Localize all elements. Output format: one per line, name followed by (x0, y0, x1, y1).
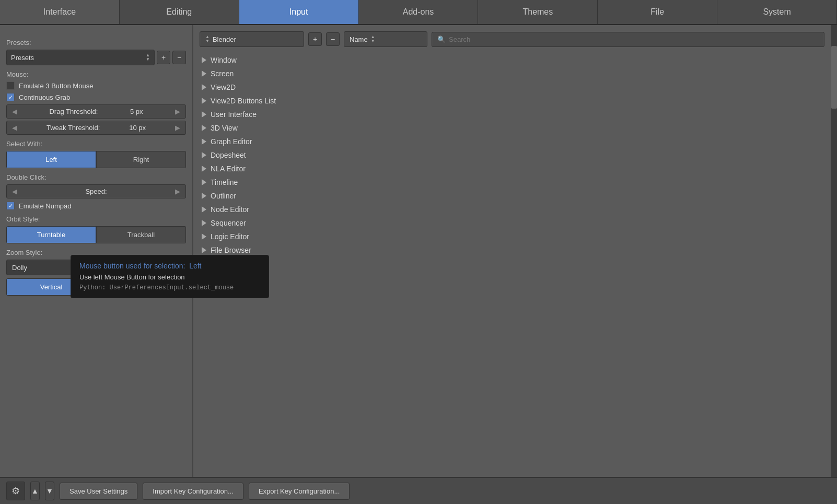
speed-row: ◀ Speed: ▶ (6, 184, 186, 198)
expand-icon-outliner[interactable] (202, 193, 206, 199)
tree-item-view2d[interactable]: View2D (200, 80, 824, 94)
input-preset-dropdown[interactable]: ▲ ▼ Blender (200, 31, 304, 47)
scrollbar-thumb[interactable] (831, 46, 837, 109)
import-key-config-button[interactable]: Import Key Configuration... (143, 483, 243, 500)
expand-icon-timeline[interactable] (202, 179, 206, 185)
drag-right-arrow: ▶ (175, 108, 180, 115)
tweak-label: Tweak Threshold: (47, 124, 100, 132)
presets-arrows[interactable]: ▲ ▼ (146, 53, 150, 62)
tweak-threshold-row: ◀ Tweak Threshold: 10 px ▶ (6, 121, 186, 135)
arrow-up-button[interactable]: ▲ (30, 482, 40, 500)
input-preset-arrows[interactable]: ▲ ▼ (205, 35, 210, 43)
expand-icon-logic-editor[interactable] (202, 233, 206, 240)
tab-file[interactable]: File (598, 0, 717, 24)
right-scrollbar[interactable] (831, 25, 837, 477)
expand-icon-node-editor[interactable] (202, 206, 206, 213)
tree-item-timeline[interactable]: Timeline (200, 175, 824, 189)
tree-label-graph-editor: Graph Editor (211, 137, 252, 146)
presets-select[interactable]: Presets ▲ ▼ (6, 50, 155, 65)
trackball-button[interactable]: Trackball (96, 226, 186, 243)
tree-item-user-interface[interactable]: User Interface (200, 108, 824, 121)
expand-icon-window[interactable] (202, 57, 206, 63)
tree-item-file-browser[interactable]: File Browser (200, 243, 824, 257)
name-arrows[interactable]: ▲ ▼ (371, 35, 375, 43)
search-input[interactable] (449, 36, 819, 43)
expand-icon-file-browser[interactable] (202, 247, 206, 253)
continuous-grab-checkbox[interactable] (6, 93, 15, 101)
tree-item-screen[interactable]: Screen (200, 67, 824, 80)
tree-item-3dview[interactable]: 3D View (200, 121, 824, 135)
right-toolbar: ▲ ▼ Blender + − Name ▲ ▼ 🔍 (200, 31, 824, 47)
tree-list: Window Screen View2D View2D Buttons List… (200, 53, 824, 271)
tooltip: Mouse button used for selection: Left Us… (71, 255, 269, 298)
arrow-down-button[interactable]: ▼ (45, 482, 54, 500)
expand-icon-user-interface[interactable] (202, 111, 206, 118)
tree-label-node-editor: Node Editor (211, 205, 249, 214)
emulate-mouse-label: Emulate 3 Button Mouse (19, 82, 93, 90)
name-dropdown[interactable]: Name ▲ ▼ (344, 31, 427, 47)
tweak-threshold-slider[interactable]: ◀ Tweak Threshold: 10 px ▶ (6, 121, 186, 135)
select-right-button[interactable]: Right (96, 151, 186, 168)
tab-themes[interactable]: Themes (478, 0, 598, 24)
expand-icon-graph-editor[interactable] (202, 138, 206, 145)
expand-icon-view2d[interactable] (202, 84, 206, 90)
tree-label-dopesheet: Dopesheet (211, 151, 246, 159)
tree-label-nla-editor: NLA Editor (211, 165, 246, 173)
main-layout: Presets: Presets ▲ ▼ + − Mouse: Emulate … (0, 25, 837, 477)
expand-icon-view2d-buttons[interactable] (202, 98, 206, 104)
tab-interface[interactable]: Interface (0, 0, 120, 24)
tree-item-outliner[interactable]: Outliner (200, 189, 824, 203)
continuous-grab-label: Continuous Grab (19, 93, 70, 101)
expand-icon-dopesheet[interactable] (202, 152, 206, 158)
bottom-bar: ⚙ ▲ ▼ Save User Settings Import Key Conf… (0, 477, 837, 504)
speed-left-arrow: ◀ (12, 187, 17, 195)
export-key-config-button[interactable]: Export Key Configuration... (249, 483, 350, 500)
settings-icon-button[interactable]: ⚙ (6, 482, 25, 500)
expand-icon-nla-editor[interactable] (202, 166, 206, 172)
input-add-button[interactable]: + (308, 32, 322, 46)
tree-label-logic-editor: Logic Editor (211, 232, 249, 241)
tab-system[interactable]: System (717, 0, 837, 24)
speed-slider[interactable]: ◀ Speed: ▶ (6, 184, 186, 198)
dolly-value: Dolly (12, 264, 27, 272)
drag-left-arrow: ◀ (12, 108, 17, 115)
tab-input[interactable]: Input (239, 0, 359, 24)
save-user-settings-button[interactable]: Save User Settings (60, 483, 137, 500)
drag-threshold-slider[interactable]: ◀ Drag Threshold: 5 px ▶ (6, 104, 186, 119)
emulate-numpad-row: Emulate Numpad (6, 202, 186, 210)
expand-icon-sequencer[interactable] (202, 220, 206, 226)
input-remove-button[interactable]: − (326, 32, 340, 46)
tree-item-logic-editor[interactable]: Logic Editor (200, 230, 824, 243)
mouse-label: Mouse: (6, 71, 186, 78)
emulate-mouse-checkbox[interactable] (6, 81, 15, 90)
emulate-numpad-checkbox[interactable] (6, 202, 15, 210)
tweak-value: 10 px (129, 124, 146, 132)
top-tabs: Interface Editing Input Add-ons Themes F… (0, 0, 837, 25)
tree-item-info[interactable]: Info (200, 257, 824, 271)
presets-label: Presets: (6, 39, 186, 46)
tree-item-dopesheet[interactable]: Dopesheet (200, 148, 824, 162)
turntable-button[interactable]: Turntable (6, 226, 96, 243)
expand-icon-screen[interactable] (202, 71, 206, 77)
tree-item-graph-editor[interactable]: Graph Editor (200, 135, 824, 148)
speed-right-arrow: ▶ (175, 187, 180, 195)
tree-label-view2d-buttons: View2D Buttons List (211, 97, 276, 105)
tree-item-sequencer[interactable]: Sequencer (200, 216, 824, 230)
search-icon: 🔍 (437, 36, 446, 43)
tab-editing[interactable]: Editing (120, 0, 239, 24)
double-click-label: Double Click: (6, 173, 186, 181)
tree-item-node-editor[interactable]: Node Editor (200, 203, 824, 216)
tree-label-view2d: View2D (211, 83, 236, 91)
tree-item-nla-editor[interactable]: NLA Editor (200, 162, 824, 175)
tree-item-view2d-buttons[interactable]: View2D Buttons List (200, 94, 824, 108)
tab-addons[interactable]: Add-ons (359, 0, 479, 24)
presets-add-button[interactable]: + (157, 51, 170, 64)
tooltip-python: Python: UserPreferencesInput.select_mous… (79, 284, 260, 291)
expand-icon-3dview[interactable] (202, 125, 206, 131)
speed-label: Speed: (85, 187, 107, 195)
presets-remove-button[interactable]: − (172, 51, 186, 64)
tree-label-file-browser: File Browser (211, 246, 251, 254)
name-value: Name (350, 36, 368, 43)
tree-item-window[interactable]: Window (200, 53, 824, 67)
select-left-button[interactable]: Left (6, 151, 96, 168)
